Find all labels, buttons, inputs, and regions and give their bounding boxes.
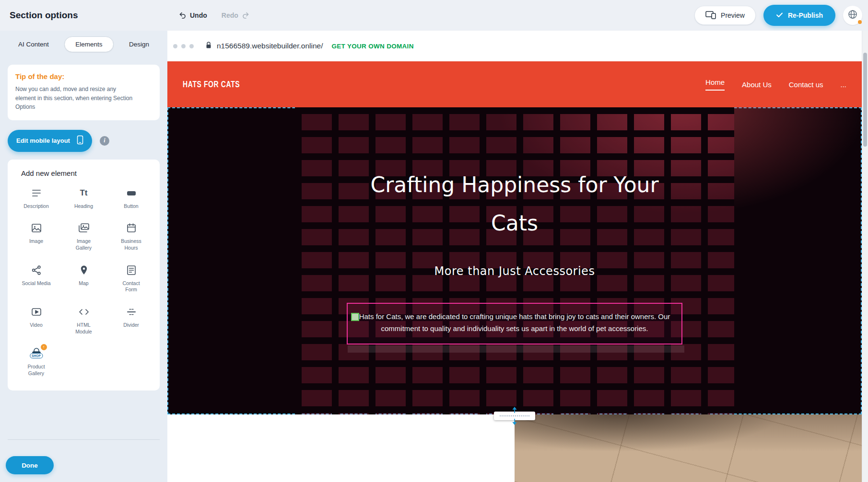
hero-paragraph-text[interactable]: Hats for Cats, we are dedicated to craft…: [352, 311, 678, 335]
site-logo[interactable]: HATS FOR CATS: [183, 80, 240, 89]
page-scrollbar: [862, 31, 868, 482]
redo-button[interactable]: Redo: [222, 11, 250, 20]
element-tile-image-gallery[interactable]: Image Gallery: [60, 222, 107, 251]
preview-button[interactable]: Preview: [694, 6, 756, 25]
nav-more-menu[interactable]: ...: [840, 80, 846, 89]
edit-mobile-layout-button[interactable]: Edit mobile layout: [8, 130, 92, 152]
undo-redo-group: Undo Redo: [178, 11, 250, 20]
window-dot: [181, 44, 186, 48]
topbar-actions: Preview Re-Publish: [694, 5, 858, 26]
mobile-layout-row: Edit mobile layout i: [8, 130, 160, 152]
description-icon: [31, 187, 42, 199]
add-element-title: Add new element: [21, 169, 155, 177]
language-button[interactable]: [843, 6, 862, 25]
element-tile-contact-form[interactable]: Contact Form: [107, 264, 155, 293]
nav-contact-us[interactable]: Contact us: [789, 80, 823, 89]
browser-chrome: n1566589.websitebuilder.online/ GET YOUR…: [167, 31, 862, 61]
redo-icon: [242, 11, 250, 20]
upgrade-badge-icon: ↑: [41, 344, 47, 350]
tip-of-the-day-card: Tip of the day: Now you can add, move an…: [8, 65, 160, 120]
tile-floor-photo[interactable]: [515, 414, 862, 482]
preview-label: Preview: [721, 11, 745, 19]
image-gallery-icon: [78, 222, 90, 234]
element-tile-description[interactable]: Description: [12, 187, 60, 210]
globe-icon: [847, 9, 858, 22]
devices-icon: [705, 11, 716, 21]
elements-grid: Description Tt Heading Button Ima: [12, 187, 155, 377]
button-icon: [126, 187, 137, 199]
video-icon: [31, 306, 42, 318]
element-tile-html-module[interactable]: HTML Module: [60, 306, 107, 335]
element-tile-social-media[interactable]: Social Media: [12, 264, 60, 293]
nav-about-us[interactable]: About Us: [742, 80, 772, 89]
heading-icon: Tt: [80, 187, 87, 199]
undo-button[interactable]: Undo: [178, 11, 207, 20]
republish-label: Re-Publish: [788, 11, 823, 19]
notification-dot: [858, 20, 862, 24]
element-label: Contact Form: [117, 280, 146, 293]
address-bar: n1566589.websitebuilder.online/ GET YOUR…: [205, 41, 414, 51]
divider-icon: [126, 306, 137, 318]
element-tile-map[interactable]: Map: [60, 264, 107, 293]
business-hours-icon: [126, 222, 137, 234]
tab-ai-content[interactable]: AI Content: [15, 37, 52, 52]
element-label: Map: [79, 280, 88, 287]
topbar: Section options Undo Redo Preview: [0, 0, 868, 31]
tip-body: Now you can add, move and resize any ele…: [15, 85, 137, 112]
element-tile-image[interactable]: Image: [12, 222, 60, 251]
lock-icon: [205, 41, 212, 51]
edit-mobile-label: Edit mobile layout: [16, 137, 70, 144]
element-tile-product-gallery[interactable]: SHOP ↑ Product Gallery: [12, 347, 60, 377]
nav-home[interactable]: Home: [705, 78, 725, 91]
window-controls: [173, 44, 194, 48]
element-label: Video: [30, 322, 43, 329]
drag-ghost-bar: [348, 345, 684, 353]
site-preview-frame: n1566589.websitebuilder.online/ GET YOUR…: [167, 31, 862, 482]
phone-icon: [77, 135, 83, 146]
window-dot: [173, 44, 177, 48]
page-title: Section options: [10, 10, 78, 21]
element-label: Divider: [123, 322, 139, 329]
contact-form-icon: [126, 264, 137, 276]
hero-title[interactable]: Crafting Happiness for Your Cats: [352, 166, 678, 242]
sidebar-tabs: AI Content Elements Design: [0, 31, 167, 55]
undo-label: Undo: [190, 11, 207, 19]
section-height-drag-handle[interactable]: [494, 412, 535, 420]
element-tile-heading[interactable]: Tt Heading: [60, 187, 107, 210]
scrollbar-thumb[interactable]: [863, 53, 867, 147]
tab-elements[interactable]: Elements: [64, 36, 113, 52]
social-media-icon: [31, 264, 42, 276]
hero-section-selected[interactable]: Crafting Happiness for Your Cats More th…: [167, 107, 862, 414]
element-label: Image Gallery: [69, 238, 99, 251]
element-tile-button[interactable]: Button: [107, 187, 155, 210]
element-label: Image: [29, 238, 43, 245]
hero-subtitle[interactable]: More than Just Accessories: [434, 264, 595, 278]
element-label: Business Hours: [117, 238, 146, 251]
website-builder-app: Section options Undo Redo Preview: [0, 0, 868, 482]
next-section-blank: [167, 414, 515, 482]
site-nav: Home About Us Contact us ...: [705, 78, 846, 91]
sidebar-divider: [8, 439, 160, 440]
get-your-own-domain-link[interactable]: GET YOUR OWN DOMAIN: [331, 43, 413, 50]
done-button[interactable]: Done: [6, 456, 54, 474]
republish-button[interactable]: Re-Publish: [763, 5, 835, 26]
element-resize-handle[interactable]: [351, 313, 359, 321]
element-label: HTML Module: [69, 322, 99, 335]
hero-paragraph-selected[interactable]: Hats for Cats, we are dedicated to craft…: [347, 303, 682, 344]
element-tile-business-hours[interactable]: Business Hours: [107, 222, 155, 251]
check-icon: [776, 11, 783, 19]
tab-design[interactable]: Design: [126, 37, 152, 52]
hero-content: Crafting Happiness for Your Cats More th…: [167, 107, 862, 344]
element-label: Button: [124, 203, 138, 210]
info-icon[interactable]: i: [100, 136, 109, 146]
window-dot: [189, 44, 194, 48]
element-label: Product Gallery: [22, 364, 51, 377]
shop-label: SHOP: [30, 353, 43, 358]
add-element-card: Add new element Description Tt Heading: [8, 160, 160, 390]
image-icon: [31, 222, 42, 234]
tip-title: Tip of the day:: [15, 72, 152, 80]
site-url: n1566589.websitebuilder.online/: [217, 42, 323, 50]
vertical-resize-arrows-icon: [511, 406, 518, 427]
element-tile-video[interactable]: Video: [12, 306, 60, 335]
element-tile-divider[interactable]: Divider: [107, 306, 155, 335]
